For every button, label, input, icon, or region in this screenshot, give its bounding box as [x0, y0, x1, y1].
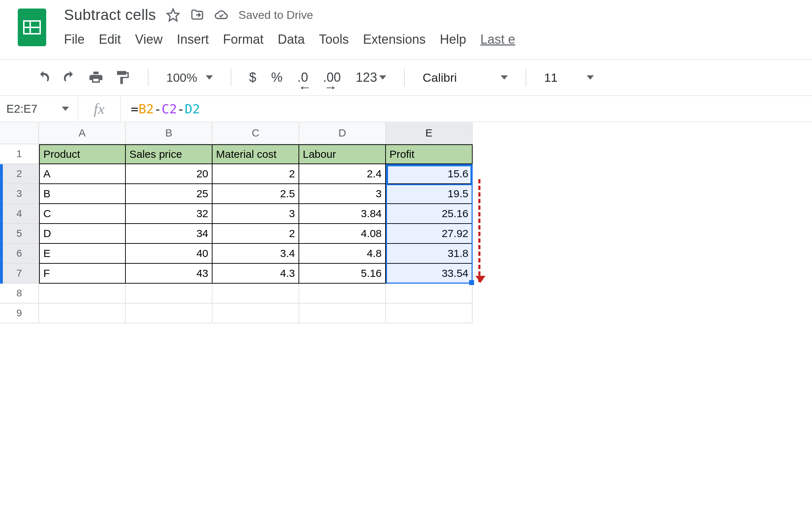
cell-B8[interactable] — [126, 284, 213, 304]
cell-D4[interactable]: 3.84 — [299, 204, 386, 224]
more-formats-button[interactable]: 123 — [356, 70, 386, 85]
cell-E4[interactable]: 25.16 — [386, 204, 473, 224]
cell-A2[interactable]: A — [39, 164, 126, 184]
cell-D1[interactable]: Labour — [299, 144, 386, 164]
star-icon[interactable] — [166, 8, 180, 22]
menu-last-edit[interactable]: Last e — [480, 32, 515, 47]
cell-A7[interactable]: F — [39, 264, 126, 284]
cell-B5[interactable]: 34 — [126, 224, 213, 244]
row-header-8[interactable]: 8 — [0, 284, 39, 304]
cell-B7[interactable]: 43 — [126, 264, 213, 284]
menu-extensions[interactable]: Extensions — [363, 32, 426, 47]
cell-C5[interactable]: 2 — [213, 224, 299, 244]
menu-edit[interactable]: Edit — [99, 32, 121, 47]
cell-A4[interactable]: C — [39, 204, 126, 224]
chevron-down-icon — [206, 75, 213, 80]
cloud-saved-icon[interactable] — [214, 8, 228, 22]
menu-format[interactable]: Format — [223, 32, 264, 47]
toolbar: 100% $ % .0 .00 123 Calibri 11 — [0, 60, 812, 95]
cell-A6[interactable]: E — [39, 244, 126, 264]
cell-A3[interactable]: B — [39, 184, 126, 204]
menu-data[interactable]: Data — [278, 32, 305, 47]
chevron-down-icon — [587, 75, 594, 80]
col-header-E[interactable]: E — [386, 122, 473, 144]
cell-D8[interactable] — [299, 284, 386, 304]
zoom-select[interactable]: 100% — [166, 71, 213, 85]
cell-B4[interactable]: 32 — [126, 204, 213, 224]
cell-B1[interactable]: Sales price — [126, 144, 213, 164]
font-size-select[interactable]: 11 — [544, 71, 594, 85]
cell-C9[interactable] — [213, 304, 299, 323]
cell-B2[interactable]: 20 — [126, 164, 213, 184]
cell-C6[interactable]: 3.4 — [213, 244, 299, 264]
cell-C8[interactable] — [213, 284, 299, 304]
cell-E3[interactable]: 19.5 — [386, 184, 473, 204]
row-selection-indicator — [0, 164, 3, 284]
formula-input[interactable]: =B2-C2-D2 — [121, 102, 200, 116]
cell-C7[interactable]: 4.3 — [213, 264, 299, 284]
cell-E7[interactable]: 33.54 — [386, 264, 473, 284]
paint-format-icon[interactable] — [114, 70, 130, 85]
cell-A9[interactable] — [39, 304, 126, 323]
cell-A8[interactable] — [39, 284, 126, 304]
menu-tools[interactable]: Tools — [319, 32, 349, 47]
svg-marker-0 — [167, 9, 179, 21]
row-header-2[interactable]: 2 — [0, 164, 39, 184]
format-currency-button[interactable]: $ — [249, 70, 256, 85]
document-title[interactable]: Subtract cells — [64, 6, 156, 23]
cell-C4[interactable]: 3 — [213, 204, 299, 224]
row-header-1[interactable]: 1 — [0, 144, 39, 164]
row-header-9[interactable]: 9 — [0, 304, 39, 323]
cell-C2[interactable]: 2 — [213, 164, 299, 184]
cell-A1[interactable]: Product — [39, 144, 126, 164]
menu-insert[interactable]: Insert — [177, 32, 209, 47]
spreadsheet-grid[interactable]: 1 2 3 4 5 6 7 8 9 A B C D E Product Sale… — [0, 122, 812, 323]
cell-B6[interactable]: 40 — [126, 244, 213, 264]
cell-D6[interactable]: 4.8 — [299, 244, 386, 264]
undo-icon[interactable] — [36, 70, 51, 85]
row-header-4[interactable]: 4 — [0, 204, 39, 224]
sheets-logo-icon[interactable] — [18, 9, 46, 46]
font-family-select[interactable]: Calibri — [423, 71, 508, 85]
zoom-value: 100% — [166, 71, 197, 85]
saved-status: Saved to Drive — [238, 9, 313, 22]
row-header-7[interactable]: 7 — [0, 264, 39, 284]
cell-E6[interactable]: 31.8 — [386, 244, 473, 264]
print-icon[interactable] — [88, 70, 104, 85]
col-header-A[interactable]: A — [39, 122, 126, 144]
cell-C1[interactable]: Material cost — [213, 144, 299, 164]
titlebar: Subtract cells Saved to Drive File Edit … — [0, 0, 812, 59]
cell-B3[interactable]: 25 — [126, 184, 213, 204]
cell-E2[interactable]: 15.6 — [386, 164, 473, 184]
name-box[interactable]: E2:E7 — [0, 96, 78, 122]
col-header-C[interactable]: C — [213, 122, 299, 144]
menu-help[interactable]: Help — [440, 32, 466, 47]
row-header-3[interactable]: 3 — [0, 184, 39, 204]
row-header-6[interactable]: 6 — [0, 244, 39, 264]
chevron-down-icon — [501, 75, 508, 80]
cell-E1[interactable]: Profit — [386, 144, 473, 164]
cell-D3[interactable]: 3 — [299, 184, 386, 204]
cell-E5[interactable]: 27.92 — [386, 224, 473, 244]
menu-file[interactable]: File — [64, 32, 85, 47]
col-header-B[interactable]: B — [126, 122, 213, 144]
menu-view[interactable]: View — [135, 32, 162, 47]
select-all-corner[interactable] — [0, 122, 39, 144]
move-folder-icon[interactable] — [190, 8, 204, 22]
cell-E9[interactable] — [386, 304, 473, 323]
redo-icon[interactable] — [62, 70, 77, 85]
cell-C3[interactable]: 2.5 — [213, 184, 299, 204]
col-header-D[interactable]: D — [299, 122, 386, 144]
cell-D5[interactable]: 4.08 — [299, 224, 386, 244]
formula-bar: E2:E7 fx =B2-C2-D2 — [0, 95, 812, 122]
cell-E8[interactable] — [386, 284, 473, 304]
cell-B9[interactable] — [126, 304, 213, 323]
increase-decimal-button[interactable]: .00 — [323, 70, 341, 85]
cell-D7[interactable]: 5.16 — [299, 264, 386, 284]
format-percent-button[interactable]: % — [271, 70, 283, 85]
row-header-5[interactable]: 5 — [0, 224, 39, 244]
cell-D9[interactable] — [299, 304, 386, 323]
decrease-decimal-button[interactable]: .0 — [297, 70, 308, 85]
cell-D2[interactable]: 2.4 — [299, 164, 386, 184]
cell-A5[interactable]: D — [39, 224, 126, 244]
